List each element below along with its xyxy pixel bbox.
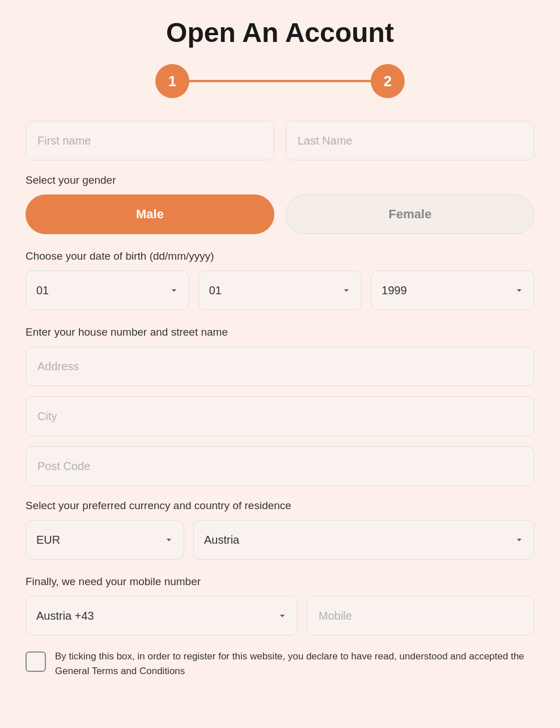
country-select[interactable]: Austria Germany France Italy [193, 520, 534, 560]
address-input[interactable] [26, 346, 534, 386]
name-row [26, 121, 534, 160]
currency-select[interactable]: EUR USD GBP [26, 520, 184, 560]
mobile-input[interactable] [307, 596, 534, 636]
terms-row: By ticking this box, in order to registe… [26, 649, 534, 678]
address-section: Enter your house number and street name [26, 326, 534, 486]
currency-row: EUR USD GBP Austria Germany France Italy [26, 520, 534, 560]
gender-row: Male Female [26, 194, 534, 234]
dob-row: 01 02 03 04 05 06 07 08 09 10 11 12 13 1… [26, 270, 534, 310]
dob-label: Choose your date of birth (dd/mm/yyyy) [26, 250, 534, 263]
stepper: 1 2 [26, 64, 534, 98]
mobile-section: Finally, we need your mobile number Aust… [26, 575, 534, 636]
dob-day-select[interactable]: 01 02 03 04 05 06 07 08 09 10 11 12 13 1… [26, 270, 189, 310]
dob-section: Choose your date of birth (dd/mm/yyyy) 0… [26, 250, 534, 310]
gender-label: Select your gender [26, 174, 534, 187]
step-line [189, 80, 371, 82]
male-button[interactable]: Male [26, 194, 274, 234]
female-button[interactable]: Female [286, 194, 534, 234]
first-name-input[interactable] [26, 121, 274, 160]
terms-checkbox[interactable] [26, 651, 46, 672]
address-label: Enter your house number and street name [26, 326, 534, 338]
currency-label: Select your preferred currency and count… [26, 500, 534, 512]
step-2: 2 [371, 64, 405, 98]
last-name-input[interactable] [286, 121, 534, 160]
currency-section: Select your preferred currency and count… [26, 500, 534, 560]
gender-section: Select your gender Male Female [26, 174, 534, 234]
dob-month-select[interactable]: 01 02 03 04 05 06 07 08 09 10 11 12 [198, 270, 362, 310]
dob-year-select[interactable]: 1999 2000 1998 1997 1996 [371, 270, 534, 310]
postcode-input[interactable] [26, 446, 534, 486]
phone-country-select[interactable]: Austria +43 Germany +49 UK +44 USA +1 [26, 596, 298, 636]
mobile-row: Austria +43 Germany +49 UK +44 USA +1 [26, 596, 534, 636]
step-1: 1 [155, 64, 189, 98]
terms-text: By ticking this box, in order to registe… [55, 649, 534, 678]
mobile-label: Finally, we need your mobile number [26, 575, 534, 588]
city-input[interactable] [26, 396, 534, 436]
page-title: Open An Account [26, 17, 534, 48]
